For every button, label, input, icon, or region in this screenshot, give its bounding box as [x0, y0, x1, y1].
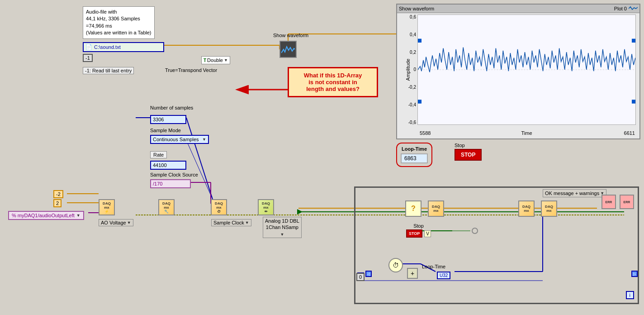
chart-title-text: Show waveform [399, 6, 434, 11]
sample-clock-arrow: ▼ [245, 220, 249, 225]
show-waveform-label: Show waveform [273, 33, 308, 38]
num-samples-label: Number of samples [150, 105, 193, 110]
y-tick-0: 0 [413, 67, 416, 72]
chart-plot-text: Plot 0 [614, 6, 627, 11]
sample-mode-dropdown[interactable]: Continuous Samples ▼ [150, 135, 209, 144]
plot0-icon [629, 5, 638, 12]
daqmx-loop-block-2[interactable]: DAQmx [518, 200, 535, 217]
svg-marker-45 [297, 209, 303, 215]
y-tick-4: 0,4 [410, 32, 416, 37]
annotation-box: What if this 1D-Arrayis not constant inl… [288, 67, 378, 97]
daqmx-4-label: DAQmx✏ [262, 201, 270, 214]
clock-source-label: Sample Clock Source [150, 172, 198, 177]
neg2-constant: -2 [53, 190, 63, 198]
file-info-line3: =74,966 ms [86, 23, 152, 29]
daqmx-3-label: DAQmx⏱ [215, 201, 223, 214]
x-min-label: 5588 [420, 130, 431, 136]
shift-register-right: ▷ [631, 271, 638, 277]
waveform-icon-block[interactable] [279, 41, 297, 58]
play-indicator [296, 208, 303, 216]
file-info-line2: 44,1 kHz, 3306 Samples [86, 15, 152, 22]
loop-time-value: 6863 [401, 153, 428, 163]
stop-button[interactable]: STOP [455, 149, 482, 161]
svg-rect-40 [418, 39, 421, 43]
stop-button-area: Stop STOP [455, 143, 482, 161]
svg-rect-41 [632, 39, 635, 43]
v-indicator: V [424, 230, 431, 237]
chart-plot-label: Plot 0 [614, 5, 638, 12]
mydaq-channel-input[interactable]: % myDAQ1/audioOutputLeft ▼ [8, 211, 84, 220]
stop-inside-block[interactable]: Stop STOP V [406, 223, 431, 238]
ok-message-value: OK message + warnings [545, 191, 599, 196]
num-samples-input[interactable]: 3306 [150, 115, 186, 124]
chart-plot-area [417, 14, 636, 125]
analog-1d-line2: 1Chan NSamp [265, 224, 299, 230]
rate-input[interactable]: 44100 [150, 161, 186, 170]
x-max-label: 6611 [624, 130, 635, 136]
daqmx-1-label: DAQmx⚡ [103, 201, 111, 214]
transpond-label: True=Transpond Vector [165, 67, 217, 73]
file-path-input[interactable]: 📄 C:\sound.txt [83, 42, 164, 52]
file-info-line4: (Values are written in a Table) [86, 29, 152, 36]
daqmx-block-2[interactable]: DAQmx🔧 [158, 199, 175, 215]
svg-rect-42 [418, 100, 421, 103]
file-info-line1: Audio-file with [86, 9, 152, 15]
clock-source-input[interactable]: /170 [150, 179, 191, 188]
minus1-label: -1: Read till last entry [83, 67, 134, 74]
daqmx-loop-block-1[interactable]: DAQmx [428, 200, 444, 217]
waveform-icon-svg [281, 44, 295, 55]
index-box: i [626, 291, 634, 299]
timer-icon[interactable]: ⏱ [388, 258, 403, 272]
rate-label: Rate [150, 151, 167, 158]
u32-box: U32 [437, 272, 450, 279]
daqmx-2-label: DAQmx🔧 [162, 201, 170, 214]
while-loop-container: ? DAQmx DAQmx DAQmx Stop STOP V [354, 186, 639, 304]
zero-constant: 0 [356, 273, 365, 281]
svg-rect-43 [632, 100, 635, 103]
daqmx-block-4[interactable]: DAQmx✏ [258, 199, 274, 215]
ao-voltage-value: AO Voltage [101, 220, 126, 225]
ao-voltage-dropdown[interactable]: AO Voltage ▼ [99, 219, 133, 226]
y-tick-n4: -0,4 [408, 102, 416, 107]
double-dropdown-arrow: ▼ [224, 58, 228, 62]
daqmx-loop-block-3[interactable]: DAQmx [541, 200, 557, 217]
error-block-1[interactable]: ERR [601, 195, 616, 209]
double-type-value: Double [207, 57, 223, 63]
loop-time-label: Loop-Time [399, 145, 430, 153]
analog-1d-line1: Analog 1D DBL [265, 218, 299, 224]
loop-time-indicator: Loop-Time 6863 [396, 143, 432, 167]
sample-mode-arrow: ▼ [202, 137, 206, 142]
file-path-value: C:\sound.txt [94, 44, 121, 50]
stop-label: Stop [455, 143, 482, 148]
stop-icon-text: STOP [409, 231, 420, 236]
daqmx-block-1[interactable]: DAQmx⚡ [99, 199, 115, 215]
y-tick-n6: -0,6 [408, 120, 416, 125]
error-block-2[interactable]: ERR [620, 195, 634, 209]
loop-time-inner-label: Loop-Time [422, 264, 445, 269]
loop-time-inner: Loop-Time 6863 [399, 145, 430, 163]
sample-clock-dropdown[interactable]: Sample Clock ▼ [211, 219, 251, 226]
double-type-dropdown[interactable]: T Double ▼ [201, 56, 230, 64]
analog-1d-dropdown[interactable]: Analog 1D DBL 1Chan NSamp ▼ [263, 217, 302, 238]
question-block[interactable]: ? [405, 200, 421, 217]
ao-voltage-arrow: ▼ [127, 220, 131, 225]
stop-icon: STOP [406, 229, 422, 238]
file-info-box: Audio-file with 44,1 kHz, 3306 Samples =… [83, 6, 155, 39]
increment-block[interactable]: + [407, 268, 418, 279]
sample-mode-label: Sample Mode [150, 128, 181, 133]
mydaq-channel-value: % myDAQ1/audioOutputLeft [12, 213, 75, 218]
mydaq-dropdown-arrow: ▼ [76, 213, 80, 218]
stop-inside-label: Stop [406, 223, 431, 229]
pos2-constant: 2 [53, 199, 62, 207]
waveform-chart: Show waveform Plot 0 Amplitude 0,6 0,4 0… [396, 4, 640, 139]
y-tick-6: 0,6 [410, 14, 416, 19]
annotation-text: What if this 1D-Arrayis not constant inl… [304, 72, 362, 92]
analog-1d-arrow: ▼ [280, 232, 284, 237]
y-tick-n2: -0,2 [408, 85, 416, 90]
minus1-constant: -1 [83, 54, 93, 62]
ok-message-dropdown[interactable]: OK message + warnings ▼ [543, 189, 606, 197]
chart-title-bar: Show waveform Plot 0 [397, 5, 639, 13]
sample-clock-value: Sample Clock [213, 220, 244, 225]
shift-register-left: ◁ [365, 271, 372, 277]
daqmx-block-3[interactable]: DAQmx⏱ [211, 199, 227, 215]
